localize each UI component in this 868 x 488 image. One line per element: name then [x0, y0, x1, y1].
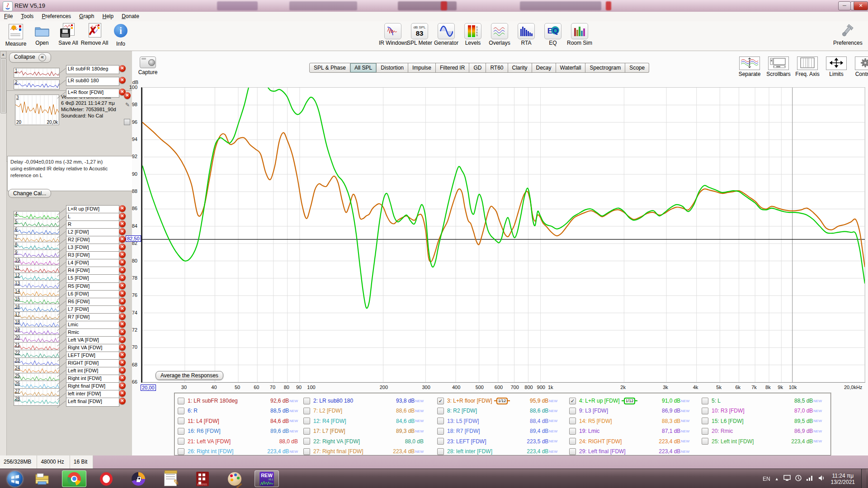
delete-measurement-icon[interactable]: ✕ [119, 205, 126, 212]
legend-name[interactable]: 11: L4 [FDW] [188, 418, 219, 424]
legend-checkbox[interactable] [437, 408, 444, 414]
legend-name[interactable]: 17: L7 [FDW] [313, 428, 345, 434]
legend-checkbox[interactable]: ✓ [437, 398, 444, 404]
legend-checkbox[interactable] [303, 408, 310, 414]
delete-measurement-icon[interactable]: ✕ [119, 221, 126, 227]
legend-checkbox[interactable] [303, 418, 310, 424]
x-tick-label[interactable]: 20,00 [141, 385, 156, 391]
rta-button[interactable]: RTA [512, 23, 540, 46]
measurement-thumbnail[interactable]: 28 [14, 396, 60, 406]
legend-name[interactable]: 2: LR sub80 180 [313, 398, 353, 404]
legend-checkbox[interactable] [569, 418, 576, 424]
legend-name[interactable]: 27: Right final [FDW] [313, 448, 363, 455]
display-tray-icon[interactable] [783, 475, 791, 483]
legend-name[interactable]: 10: R3 [FDW] [712, 408, 745, 414]
delete-measurement-icon[interactable]: ✕ [119, 398, 126, 404]
clock[interactable]: 11:24 πμ 13/2/2021 [831, 473, 855, 485]
measurement-name-field[interactable]: LR subFR 180deg [66, 65, 119, 74]
overlays-button[interactable]: Overlays [486, 23, 514, 46]
change-cal-button[interactable]: Change Cal... [8, 189, 51, 198]
legend-name[interactable]: 9: L3 [FDW] [579, 408, 608, 414]
delete-measurement-icon[interactable]: ✕ [124, 92, 131, 99]
legend-checkbox[interactable] [437, 418, 444, 424]
delete-measurement-icon[interactable]: ✕ [119, 375, 126, 381]
levels-button[interactable]: 0369Levels [459, 23, 487, 46]
legend-checkbox[interactable] [569, 408, 576, 414]
legend-checkbox[interactable] [178, 438, 184, 445]
cursor-level-readout[interactable]: 82,50 [126, 235, 141, 242]
explorer-icon[interactable] [30, 470, 54, 487]
delete-measurement-icon[interactable]: ✕ [119, 298, 126, 305]
delete-measurement-icon[interactable]: ✕ [119, 352, 126, 358]
delete-measurement-icon[interactable]: ✕ [119, 77, 126, 84]
legend-name[interactable]: 18: R7 [FDW] [447, 428, 480, 434]
legend-checkbox[interactable] [437, 438, 444, 445]
delete-measurement-icon[interactable]: ✕ [119, 305, 126, 312]
legend-name[interactable]: 24: RIGHT [FDW] [579, 438, 622, 445]
spl-plot[interactable] [141, 87, 865, 383]
measurement-thumbnail[interactable]: 2 [14, 80, 60, 89]
legend-name[interactable]: 1: LR subFR 180deg [188, 398, 238, 404]
delete-measurement-icon[interactable]: ✕ [119, 328, 126, 335]
legend-checkbox[interactable] [178, 428, 184, 435]
legend-checkbox[interactable] [303, 448, 310, 455]
legend-checkbox[interactable] [702, 428, 708, 435]
legend-checkbox[interactable]: ✓ [569, 398, 576, 404]
room-sim-button[interactable]: Room Sim [566, 23, 594, 46]
delete-measurement-icon[interactable]: ✕ [119, 259, 126, 266]
volume-tray-icon[interactable] [818, 475, 825, 483]
legend-name[interactable]: 5: L [712, 398, 721, 404]
legend-checkbox[interactable] [437, 428, 444, 435]
delete-measurement-icon[interactable]: ✕ [119, 313, 126, 320]
generator-button[interactable]: Generator [432, 23, 460, 46]
delete-measurement-icon[interactable]: ✕ [119, 213, 126, 220]
menu-item-donate[interactable]: Donate [118, 12, 143, 20]
measurement-thumbnail[interactable]: 1 [14, 68, 60, 78]
legend-name[interactable]: 19: Lmic [579, 428, 599, 434]
delete-measurement-icon[interactable]: ✕ [119, 236, 126, 243]
legend-name[interactable]: 14: R5 [FDW] [579, 418, 612, 424]
close-button[interactable]: ✕ [854, 1, 868, 10]
red-app-icon[interactable]: 13/2/2021 [190, 470, 215, 487]
legend-name[interactable]: 23: LEFT [FDW] [447, 438, 486, 445]
open-button[interactable]: Open [28, 23, 56, 46]
delete-measurement-icon[interactable]: ✕ [119, 367, 126, 374]
measurement-name-field[interactable]: Left final [FDW] [66, 398, 119, 407]
chrome-icon[interactable] [62, 470, 86, 487]
legend-checkbox[interactable] [702, 408, 708, 414]
legend-checkbox[interactable] [178, 408, 184, 414]
legend-checkbox[interactable] [569, 428, 576, 435]
legend-name[interactable]: 25: Left int [FDW] [712, 438, 754, 445]
menu-item-help[interactable]: Help [98, 12, 118, 20]
info-button[interactable]: iInfo [107, 23, 135, 47]
legend-name[interactable]: 6: R [188, 408, 198, 414]
scroll-up-icon[interactable]: ▲ [0, 51, 6, 58]
language-indicator[interactable]: EN [763, 476, 770, 482]
sidebar-scrollbar[interactable]: ▲ [0, 51, 7, 455]
remove-all-button[interactable]: ✗Remove All [80, 23, 108, 46]
rew-taskbar-icon[interactable]: REWV5.1 [255, 470, 279, 487]
menu-item-tools[interactable]: Tools [17, 12, 38, 20]
show-desktop-button[interactable] [861, 469, 866, 488]
delete-measurement-icon[interactable]: ✕ [119, 274, 126, 281]
legend-checkbox[interactable] [569, 438, 576, 445]
average-responses-button[interactable]: Average the Responses [156, 371, 223, 380]
delete-measurement-icon[interactable]: ✕ [119, 282, 126, 289]
legend-checkbox[interactable] [178, 448, 184, 455]
updates-tray-icon[interactable] [795, 475, 802, 483]
network-tray-icon[interactable] [806, 475, 813, 483]
delete-measurement-icon[interactable]: ✕ [119, 359, 126, 366]
legend-checkbox[interactable] [437, 448, 444, 455]
menu-item-preferences[interactable]: Preferences [38, 12, 75, 20]
legend-name[interactable]: 12: R4 [FDW] [313, 418, 346, 424]
legend-name[interactable]: 20: Rmic [712, 428, 733, 434]
legend-checkbox[interactable] [702, 418, 708, 424]
delete-measurement-icon[interactable]: ✕ [119, 382, 126, 389]
delete-measurement-icon[interactable]: ✕ [119, 344, 126, 351]
measurement-name-field[interactable]: L+R floor [FDW] [66, 89, 119, 98]
eq-button[interactable]: EQEQ [539, 23, 567, 46]
show-hidden-icons-arrow[interactable]: ▲ [775, 477, 779, 481]
delete-measurement-icon[interactable]: ✕ [119, 290, 126, 297]
save-all-button[interactable]: Save All [54, 23, 82, 46]
legend-checkbox[interactable] [569, 448, 576, 455]
